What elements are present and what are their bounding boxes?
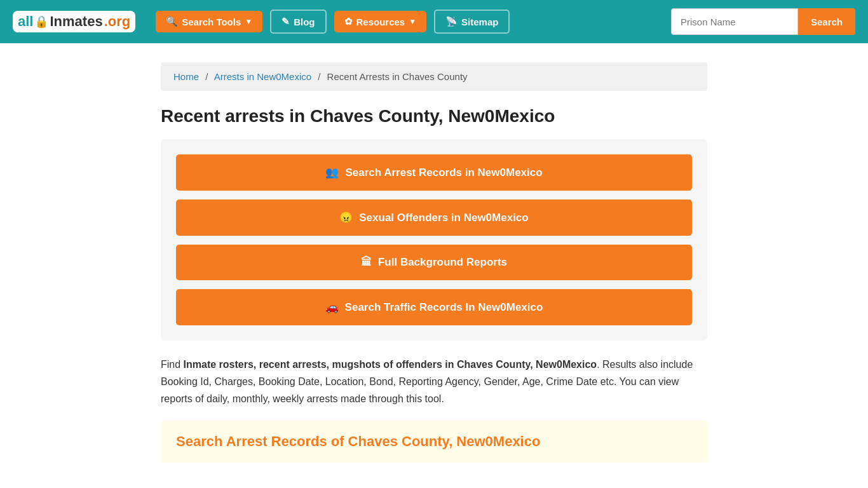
resources-icon: ✿ [344, 16, 353, 27]
page-title: Recent arrests in Chaves County, New0Mex… [161, 106, 707, 126]
bottom-heading: Search Arrest Records of Chaves County, … [176, 433, 692, 450]
action-card: 👥 Search Arrest Records in New0Mexico 😠 … [161, 139, 707, 341]
resources-label: Resources [356, 17, 405, 27]
description-find: Find [161, 359, 184, 370]
main-content: Home / Arrests in New0Mexico / Recent Ar… [148, 43, 720, 482]
logo-part-all: all [18, 13, 33, 30]
blog-button[interactable]: ✎ Blog [270, 10, 326, 34]
description-bold: Inmate rosters, recent arrests, mugshots… [184, 359, 597, 370]
breadcrumb-sep-1: / [205, 71, 208, 82]
background-reports-icon: 🏛 [361, 256, 372, 269]
logo-part-org: .org [104, 13, 131, 30]
arrest-records-label: Search Arrest Records in New0Mexico [345, 166, 542, 179]
resources-button[interactable]: ✿ Resources ▼ [334, 11, 427, 32]
prison-name-input[interactable] [671, 8, 798, 35]
search-tools-icon: 🔍 [166, 16, 178, 27]
header-search-label: Search [811, 17, 843, 27]
background-reports-button[interactable]: 🏛 Full Background Reports [176, 245, 692, 280]
page-description: Find Inmate rosters, recent arrests, mug… [161, 356, 707, 408]
breadcrumb-sep-2: / [318, 71, 320, 82]
sitemap-icon: 📡 [445, 16, 458, 27]
sexual-offenders-button[interactable]: 😠 Sexual Offenders in New0Mexico [176, 200, 692, 236]
blog-icon: ✎ [281, 16, 290, 27]
search-tools-button[interactable]: 🔍 Search Tools ▼ [156, 11, 262, 32]
resources-dropdown-arrow: ▼ [409, 17, 416, 26]
traffic-records-label: Search Traffic Records In New0Mexico [345, 301, 543, 314]
breadcrumb-arrests[interactable]: Arrests in New0Mexico [214, 71, 311, 82]
arrest-records-icon: 👥 [325, 166, 339, 179]
header-search-area: Search [671, 8, 855, 35]
header-search-button[interactable]: Search [798, 8, 855, 35]
sitemap-label: Sitemap [461, 17, 498, 27]
bottom-section: Search Arrest Records of Chaves County, … [161, 421, 707, 463]
logo-part-inmates: Inmates [50, 13, 102, 30]
sitemap-button[interactable]: 📡 Sitemap [434, 10, 510, 34]
breadcrumb: Home / Arrests in New0Mexico / Recent Ar… [161, 62, 707, 91]
site-header: all 🔒 Inmates .org 🔍 Search Tools ▼ ✎ Bl… [0, 0, 868, 43]
breadcrumb-home[interactable]: Home [173, 71, 199, 82]
traffic-records-button[interactable]: 🚗 Search Traffic Records In New0Mexico [176, 289, 692, 325]
traffic-records-icon: 🚗 [325, 301, 339, 314]
blog-label: Blog [294, 17, 315, 27]
search-tools-label: Search Tools [182, 17, 241, 27]
sexual-offenders-icon: 😠 [339, 211, 353, 224]
background-reports-label: Full Background Reports [378, 256, 507, 269]
breadcrumb-current: Recent Arrests in Chaves County [327, 71, 468, 82]
logo[interactable]: all 🔒 Inmates .org [13, 11, 135, 32]
sexual-offenders-label: Sexual Offenders in New0Mexico [359, 212, 528, 224]
logo-icon: 🔒 [34, 15, 48, 29]
arrest-records-button[interactable]: 👥 Search Arrest Records in New0Mexico [176, 154, 692, 191]
search-tools-dropdown-arrow: ▼ [245, 17, 252, 26]
